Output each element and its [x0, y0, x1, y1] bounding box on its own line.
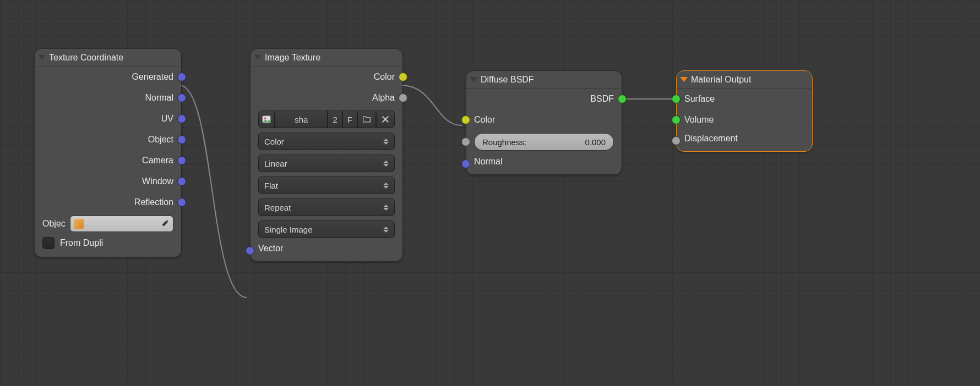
output-generated: Generated: [35, 67, 181, 87]
image-icon: [262, 114, 271, 124]
input-vector: Vector: [251, 240, 402, 261]
roughness-slider[interactable]: Roughness: 0.000: [474, 133, 614, 151]
input-color: Color: [466, 109, 622, 130]
from-dupli-checkbox[interactable]: [42, 237, 55, 249]
input-normal: Normal: [466, 153, 622, 174]
node-title: Diffuse BSDF: [481, 75, 534, 85]
input-displacement: Displacement: [677, 130, 812, 151]
extension-dropdown[interactable]: Repeat: [258, 198, 395, 216]
node-title: Texture Coordinate: [49, 53, 123, 63]
output-window: Window: [35, 171, 181, 192]
output-object: Object: [35, 129, 181, 150]
collapse-icon[interactable]: [680, 77, 688, 82]
node-title: Image Texture: [265, 53, 320, 63]
output-color: Color: [251, 67, 402, 87]
socket-camera[interactable]: [177, 156, 186, 165]
node-header[interactable]: Diffuse BSDF: [466, 71, 622, 89]
projection-dropdown[interactable]: Flat: [258, 177, 395, 194]
source-dropdown[interactable]: Single Image: [258, 220, 395, 238]
eyedropper-icon[interactable]: [160, 219, 170, 229]
socket-window[interactable]: [177, 177, 186, 186]
image-unlink-button[interactable]: [376, 111, 395, 128]
socket-color-in[interactable]: [461, 115, 470, 124]
image-browse-button[interactable]: [258, 111, 275, 128]
socket-reflection[interactable]: [177, 198, 186, 207]
output-camera: Camera: [35, 150, 181, 171]
node-diffuse-bsdf[interactable]: Diffuse BSDF BSDF Color Roughness: 0.000…: [466, 70, 622, 175]
colorspace-dropdown[interactable]: Color: [258, 133, 395, 150]
svg-point-1: [264, 117, 266, 119]
collapse-icon[interactable]: [470, 77, 477, 82]
socket-volume-in[interactable]: [672, 115, 680, 124]
socket-normal[interactable]: [177, 93, 186, 102]
image-datablock-row: sha 2 F: [251, 108, 402, 130]
node-material-output[interactable]: Material Output Surface Volume Displacem…: [676, 70, 813, 152]
from-dupli-row: From Dupli: [35, 235, 181, 257]
input-volume: Volume: [677, 109, 812, 130]
output-normal: Normal: [35, 87, 181, 108]
socket-surface-in[interactable]: [672, 95, 680, 103]
input-roughness: Roughness: 0.000: [466, 130, 622, 153]
socket-roughness-in[interactable]: [461, 137, 470, 146]
collapse-icon[interactable]: [38, 55, 46, 60]
image-open-button[interactable]: [357, 111, 376, 128]
node-header[interactable]: Material Output: [677, 71, 812, 89]
node-header[interactable]: Texture Coordinate: [35, 49, 181, 67]
object-icon: [74, 219, 84, 229]
output-alpha: Alpha: [251, 87, 402, 108]
node-header[interactable]: Image Texture: [251, 49, 402, 67]
socket-bsdf-out[interactable]: [618, 95, 627, 103]
output-reflection: Reflection: [35, 192, 181, 213]
folder-icon: [362, 115, 371, 124]
interpolation-dropdown[interactable]: Linear: [258, 155, 395, 172]
output-uv: UV: [35, 108, 181, 129]
image-users-button[interactable]: 2: [328, 111, 342, 128]
socket-color-out[interactable]: [399, 73, 407, 81]
node-title: Material Output: [691, 75, 751, 85]
input-surface: Surface: [677, 89, 812, 109]
output-bsdf: BSDF: [466, 89, 622, 109]
socket-generated[interactable]: [177, 73, 186, 81]
socket-vector-in[interactable]: [246, 246, 254, 255]
socket-uv[interactable]: [177, 114, 186, 123]
socket-alpha-out[interactable]: [399, 93, 407, 102]
close-icon: [381, 115, 390, 124]
socket-object[interactable]: [177, 135, 186, 144]
socket-normal-in[interactable]: [461, 159, 470, 168]
image-name-field[interactable]: sha: [275, 111, 328, 128]
collapse-icon[interactable]: [254, 55, 262, 60]
image-fakeuser-button[interactable]: F: [342, 111, 357, 128]
node-texture-coordinate[interactable]: Texture Coordinate Generated Normal UV O…: [34, 48, 182, 257]
object-field-row: Objec: [35, 213, 181, 235]
socket-displacement-in[interactable]: [672, 136, 680, 145]
object-field[interactable]: [70, 216, 173, 232]
node-image-texture[interactable]: Image Texture Color Alpha sha 2 F Color …: [250, 48, 403, 262]
